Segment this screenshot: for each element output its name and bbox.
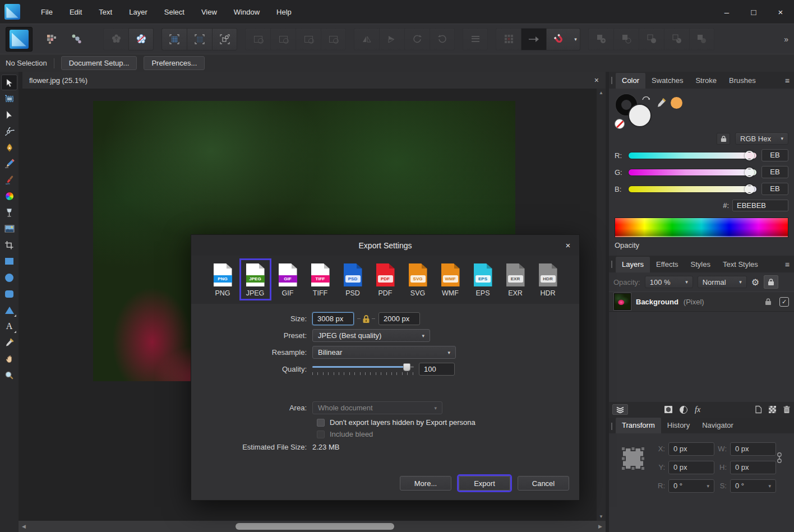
anchor-selector[interactable] <box>617 442 648 474</box>
view-tool[interactable] <box>1 351 17 367</box>
aspect-lock-icon[interactable] <box>362 314 370 323</box>
h-field[interactable]: 0 px <box>730 461 776 474</box>
menu-help[interactable]: Help <box>268 0 300 24</box>
color-picker-tool[interactable] <box>1 335 17 350</box>
color-spectrum[interactable] <box>615 218 788 238</box>
red-slider[interactable] <box>628 152 757 159</box>
format-gif[interactable]: GIFGIF <box>272 258 304 300</box>
layer-thumbnail[interactable] <box>614 293 631 310</box>
color-lock-button[interactable] <box>717 133 730 145</box>
panel-handle[interactable] <box>611 261 612 268</box>
dialog-close-icon[interactable]: × <box>557 235 579 256</box>
persona-export-button[interactable] <box>65 28 87 50</box>
vector-brush-tool[interactable] <box>1 172 17 188</box>
boolean-intersect-button[interactable] <box>639 28 664 50</box>
flip-horizontal-button[interactable] <box>354 28 379 50</box>
adjustment-layer-button[interactable] <box>680 406 687 414</box>
transparency-tool[interactable] <box>1 205 17 220</box>
boolean-combine-button[interactable] <box>689 28 714 50</box>
snapping-options-dropdown[interactable]: ▾ <box>571 28 580 50</box>
quality-slider[interactable] <box>312 363 414 375</box>
format-svg[interactable]: SVGSVG <box>402 258 434 300</box>
view-pixel-grid-button[interactable] <box>161 28 187 50</box>
boolean-divide-button[interactable] <box>664 28 689 50</box>
resample-select[interactable]: Bilinear▾ <box>312 346 456 359</box>
w-field[interactable]: 0 px <box>730 442 776 456</box>
format-png[interactable]: PNGPNG <box>207 258 239 300</box>
recent-color-swatch[interactable] <box>671 97 682 109</box>
view-retina-grid-button[interactable] <box>187 28 212 50</box>
menu-edit[interactable]: Edit <box>61 0 90 24</box>
tab-navigator[interactable]: Navigator <box>696 418 740 433</box>
layers-panel-menu-icon[interactable]: ≡ <box>785 260 794 272</box>
tab-layers[interactable]: Layers <box>616 257 650 272</box>
artistic-text-tool[interactable]: A <box>1 318 17 334</box>
color-panel-menu-icon[interactable]: ≡ <box>785 76 794 89</box>
dialog-title-bar[interactable]: Export Settings × <box>191 235 579 256</box>
tab-brushes[interactable]: Brushes <box>723 73 762 89</box>
menu-window[interactable]: Window <box>225 0 268 24</box>
node-tool[interactable] <box>1 107 17 123</box>
mask-layer-button[interactable] <box>664 406 672 413</box>
menu-file[interactable]: File <box>33 0 61 24</box>
red-slider-thumb[interactable] <box>745 151 754 160</box>
format-pdf[interactable]: PDFPDF <box>370 258 401 300</box>
red-value[interactable]: EB <box>761 149 788 161</box>
layer-visibility-checkbox[interactable]: ✓ <box>779 297 789 307</box>
vector-crop-tool[interactable] <box>1 237 17 253</box>
layer-opacity-select[interactable]: 100 %▾ <box>645 276 693 288</box>
add-pixel-layer-button[interactable] <box>769 406 776 413</box>
swap-colors-icon[interactable] <box>640 93 653 102</box>
layer-effects-button[interactable]: fx <box>695 405 700 414</box>
tab-stroke[interactable]: Stroke <box>689 73 723 89</box>
lock-layer-button[interactable] <box>764 275 778 289</box>
toolbar-overflow-button[interactable]: » <box>784 35 788 44</box>
y-field[interactable]: 0 px <box>668 461 714 474</box>
fill-tool[interactable] <box>1 188 17 204</box>
rectangle-tool[interactable] <box>1 253 17 269</box>
snap-grid-button[interactable] <box>496 28 521 50</box>
menu-select[interactable]: Select <box>156 0 193 24</box>
document-tab-close-icon[interactable]: × <box>594 76 599 85</box>
format-psd[interactable]: PSDPSD <box>337 258 369 300</box>
color-mode-select[interactable]: RGB Hex▾ <box>735 132 788 145</box>
preset-select[interactable]: JPEG (Best quality)▾ <box>312 329 430 342</box>
format-tiff[interactable]: TIFFTIFF <box>304 258 336 300</box>
point-transform-tool[interactable] <box>1 123 17 139</box>
export-button[interactable]: Export <box>459 476 510 491</box>
move-by-whole-pixels-button[interactable] <box>521 28 546 50</box>
order-backward-button[interactable] <box>296 28 321 50</box>
pencil-tool[interactable] <box>1 156 17 172</box>
size-height-input[interactable] <box>378 312 420 325</box>
cancel-button[interactable]: Cancel <box>518 476 569 491</box>
menu-text[interactable]: Text <box>90 0 121 24</box>
hidden-layers-checkbox[interactable] <box>317 419 325 427</box>
layer-lock-icon[interactable] <box>765 298 772 306</box>
scroll-up-icon[interactable]: ▲ <box>599 90 603 95</box>
panel-handle[interactable] <box>611 423 612 430</box>
layer-row-background[interactable]: Background (Pixel) ✓ <box>609 292 794 312</box>
shear-field[interactable]: 0 °▾ <box>730 479 776 493</box>
rotate-cw-button[interactable] <box>430 28 455 50</box>
tab-effects[interactable]: Effects <box>650 257 685 272</box>
tab-text-styles[interactable]: Text Styles <box>717 257 764 272</box>
blend-options-gear-icon[interactable]: ⚙ <box>751 277 759 288</box>
link-dimensions-icon[interactable] <box>777 450 782 466</box>
flip-vertical-button[interactable] <box>379 28 404 50</box>
menu-layer[interactable]: Layer <box>121 0 156 24</box>
preferences-button[interactable]: Preferences... <box>144 56 205 70</box>
order-forward-button[interactable] <box>270 28 296 50</box>
hex-input[interactable]: EBEBEB <box>732 200 788 211</box>
ellipse-tool[interactable] <box>1 270 17 285</box>
rotate-ccw-button[interactable] <box>404 28 430 50</box>
order-front-button[interactable] <box>245 28 270 50</box>
blue-value[interactable]: EB <box>761 183 788 195</box>
persona-pixel-button[interactable] <box>40 28 63 50</box>
horizontal-scrollbar[interactable]: ◀ ▶ <box>19 521 606 532</box>
horizontal-scroll-thumb[interactable] <box>236 523 394 530</box>
maximize-button[interactable]: □ <box>740 0 767 24</box>
triangle-tool[interactable] <box>1 302 17 318</box>
persona-designer-button[interactable] <box>6 27 33 52</box>
edit-all-layers-button[interactable] <box>612 404 628 415</box>
artboard-tool[interactable] <box>1 91 17 107</box>
